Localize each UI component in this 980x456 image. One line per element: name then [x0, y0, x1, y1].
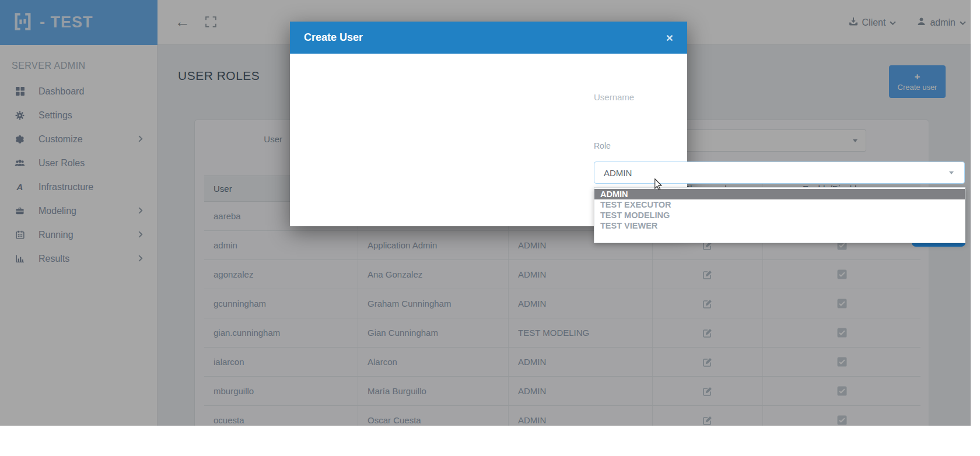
role-select[interactable]: ADMIN: [594, 162, 965, 184]
role-option-test-executor[interactable]: TEST EXECUTOR: [594, 199, 965, 210]
role-options-list: ADMINTEST EXECUTORTEST MODELINGTEST VIEW…: [594, 187, 965, 243]
username-input[interactable]: [594, 87, 963, 107]
mouse-cursor: [653, 178, 663, 194]
create-user-modal: Create User × Role ADMIN ADMINTEST EXECU…: [290, 22, 687, 226]
role-label: Role: [594, 141, 611, 150]
role-select-value: ADMIN: [604, 168, 632, 178]
role-option-test-modeling[interactable]: TEST MODELING: [594, 210, 965, 220]
role-option-admin[interactable]: ADMIN: [594, 189, 965, 199]
caret-down-icon: [949, 171, 954, 174]
close-icon[interactable]: ×: [666, 32, 673, 44]
role-option-test-viewer[interactable]: TEST VIEWER: [594, 220, 965, 231]
modal-title: Create User: [304, 31, 363, 44]
modal-header: Create User ×: [290, 22, 687, 54]
screen: - TEST ← Client: [0, 0, 980, 456]
